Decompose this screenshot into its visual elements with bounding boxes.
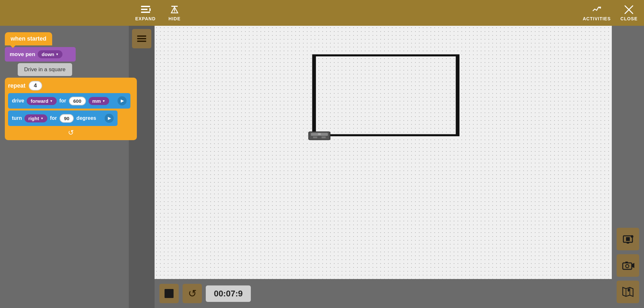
when-started-block[interactable]: when started (5, 32, 52, 45)
map-button[interactable] (617, 281, 639, 303)
drive-play-button[interactable]: ▶ (118, 96, 127, 105)
stop-button[interactable] (159, 284, 179, 303)
svg-marker-27 (623, 287, 633, 296)
top-bar: EXPAND HIDE ACTIVITIES CLOSE (0, 0, 644, 26)
simulation-drawing (155, 26, 612, 279)
svg-rect-16 (313, 136, 317, 138)
drive-unit-dropdown[interactable]: mm ▼ (89, 97, 109, 105)
simulation-bottom-bar: ↺ 00:07:9 (155, 279, 612, 308)
drive-block[interactable]: drive forward ▼ for 600 mm ▼ ▶ (8, 93, 130, 109)
drive-direction-dropdown[interactable]: forward ▼ (27, 97, 57, 105)
svg-rect-0 (141, 6, 150, 7)
robot-view-button[interactable] (617, 228, 639, 250)
svg-rect-13 (314, 55, 458, 135)
move-pen-block[interactable]: move pen down ▼ (5, 47, 76, 62)
turn-play-button[interactable]: ▶ (105, 114, 114, 123)
stop-icon (165, 289, 174, 298)
svg-rect-10 (137, 35, 146, 37)
dropdown-arrow-drive: ▼ (50, 99, 53, 103)
svg-rect-21 (627, 242, 629, 244)
dropdown-arrow: ▼ (56, 53, 59, 56)
turn-direction-dropdown[interactable]: right ▼ (24, 114, 47, 122)
camera-button[interactable] (617, 254, 639, 277)
svg-rect-11 (137, 38, 146, 39)
timer-display: 00:07:9 (206, 285, 251, 302)
top-bar-left: EXPAND HIDE (135, 5, 181, 21)
svg-rect-17 (321, 136, 326, 138)
svg-rect-23 (623, 263, 632, 269)
svg-rect-12 (137, 41, 146, 42)
svg-rect-26 (625, 262, 628, 263)
close-button[interactable]: CLOSE (620, 5, 638, 21)
reset-icon: ↺ (188, 287, 197, 300)
repeat-bottom: ↺ (8, 129, 134, 137)
blocks-panel: when started move pen down ▼ Drive in a … (0, 26, 129, 308)
repeat-block[interactable]: repeat 4 drive forward ▼ for 600 mm ▼ (5, 78, 137, 140)
drive-square-label: Drive in a square (18, 63, 72, 76)
hide-button[interactable]: HIDE (168, 5, 180, 21)
pen-direction-dropdown[interactable]: down ▼ (38, 50, 62, 58)
svg-marker-2 (149, 8, 151, 12)
dropdown-arrow-unit: ▼ (102, 99, 105, 103)
activities-button[interactable]: ACTIVITIES (583, 5, 611, 21)
dropdown-arrow-turn: ▼ (40, 117, 43, 120)
turn-block[interactable]: turn right ▼ for 90 degrees ▶ (8, 111, 118, 126)
svg-point-18 (318, 133, 321, 135)
simulation-canvas[interactable] (155, 26, 612, 279)
repeat-header: repeat 4 (8, 81, 134, 91)
expand-button[interactable]: EXPAND (135, 5, 156, 21)
repeat-count[interactable]: 4 (29, 81, 42, 91)
sidebar-panel (129, 26, 155, 308)
drive-distance-input[interactable]: 600 (69, 97, 86, 105)
simulation-panel: ↺ 00:07:9 (155, 26, 612, 308)
menu-button[interactable] (132, 29, 151, 48)
svg-point-25 (626, 265, 629, 268)
repeat-arrow-icon: ↺ (68, 129, 74, 137)
svg-rect-20 (626, 237, 630, 241)
right-panel (612, 26, 644, 308)
top-bar-right: ACTIVITIES CLOSE (583, 5, 638, 21)
svg-rect-3 (141, 12, 150, 13)
turn-degrees-input[interactable]: 90 (60, 114, 74, 123)
reset-button[interactable]: ↺ (183, 284, 202, 303)
svg-rect-1 (141, 9, 147, 10)
main-content: when started move pen down ▼ Drive in a … (0, 26, 644, 308)
